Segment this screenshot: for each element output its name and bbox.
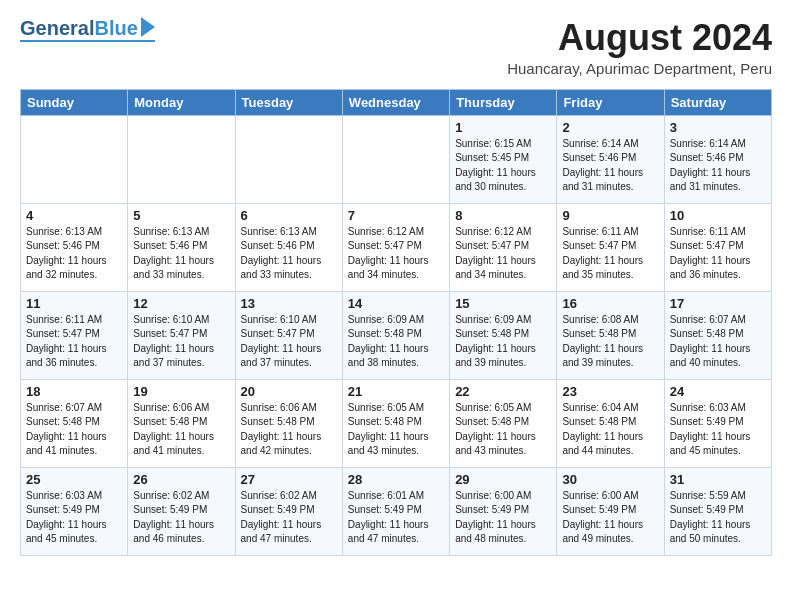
day-info: Sunrise: 6:04 AMSunset: 5:48 PMDaylight:… xyxy=(562,401,658,459)
calendar-cell: 15Sunrise: 6:09 AMSunset: 5:48 PMDayligh… xyxy=(450,291,557,379)
day-number: 4 xyxy=(26,208,122,223)
day-number: 19 xyxy=(133,384,229,399)
calendar-cell: 21Sunrise: 6:05 AMSunset: 5:48 PMDayligh… xyxy=(342,379,449,467)
logo-text: GeneralBlue xyxy=(20,18,155,38)
calendar-cell: 17Sunrise: 6:07 AMSunset: 5:48 PMDayligh… xyxy=(664,291,771,379)
header: GeneralBlue August 2024 Huancaray, Apuri… xyxy=(20,18,772,77)
main-title: August 2024 xyxy=(507,18,772,58)
calendar-cell: 13Sunrise: 6:10 AMSunset: 5:47 PMDayligh… xyxy=(235,291,342,379)
day-info: Sunrise: 6:07 AMSunset: 5:48 PMDaylight:… xyxy=(670,313,766,371)
day-number: 30 xyxy=(562,472,658,487)
day-number: 31 xyxy=(670,472,766,487)
calendar-cell: 16Sunrise: 6:08 AMSunset: 5:48 PMDayligh… xyxy=(557,291,664,379)
day-info: Sunrise: 6:13 AMSunset: 5:46 PMDaylight:… xyxy=(133,225,229,283)
logo-general: General xyxy=(20,18,94,38)
calendar-cell: 23Sunrise: 6:04 AMSunset: 5:48 PMDayligh… xyxy=(557,379,664,467)
day-info: Sunrise: 6:11 AMSunset: 5:47 PMDaylight:… xyxy=(26,313,122,371)
day-info: Sunrise: 6:15 AMSunset: 5:45 PMDaylight:… xyxy=(455,137,551,195)
day-info: Sunrise: 6:02 AMSunset: 5:49 PMDaylight:… xyxy=(241,489,337,547)
page: GeneralBlue August 2024 Huancaray, Apuri… xyxy=(0,0,792,612)
calendar-cell: 8Sunrise: 6:12 AMSunset: 5:47 PMDaylight… xyxy=(450,203,557,291)
logo-arrow-icon xyxy=(141,17,155,37)
day-number: 7 xyxy=(348,208,444,223)
calendar-cell: 19Sunrise: 6:06 AMSunset: 5:48 PMDayligh… xyxy=(128,379,235,467)
day-of-week-header: Monday xyxy=(128,89,235,115)
calendar-cell xyxy=(21,115,128,203)
calendar-cell xyxy=(235,115,342,203)
calendar-cell: 24Sunrise: 6:03 AMSunset: 5:49 PMDayligh… xyxy=(664,379,771,467)
logo-underline xyxy=(20,40,155,42)
calendar-cell: 2Sunrise: 6:14 AMSunset: 5:46 PMDaylight… xyxy=(557,115,664,203)
calendar-cell: 26Sunrise: 6:02 AMSunset: 5:49 PMDayligh… xyxy=(128,467,235,555)
calendar-cell: 12Sunrise: 6:10 AMSunset: 5:47 PMDayligh… xyxy=(128,291,235,379)
calendar-cell: 1Sunrise: 6:15 AMSunset: 5:45 PMDaylight… xyxy=(450,115,557,203)
day-info: Sunrise: 6:06 AMSunset: 5:48 PMDaylight:… xyxy=(133,401,229,459)
day-number: 5 xyxy=(133,208,229,223)
day-info: Sunrise: 6:09 AMSunset: 5:48 PMDaylight:… xyxy=(348,313,444,371)
calendar-cell: 30Sunrise: 6:00 AMSunset: 5:49 PMDayligh… xyxy=(557,467,664,555)
day-info: Sunrise: 6:12 AMSunset: 5:47 PMDaylight:… xyxy=(348,225,444,283)
day-info: Sunrise: 6:10 AMSunset: 5:47 PMDaylight:… xyxy=(241,313,337,371)
day-info: Sunrise: 6:12 AMSunset: 5:47 PMDaylight:… xyxy=(455,225,551,283)
day-info: Sunrise: 6:10 AMSunset: 5:47 PMDaylight:… xyxy=(133,313,229,371)
day-number: 9 xyxy=(562,208,658,223)
day-number: 23 xyxy=(562,384,658,399)
calendar-week-row: 25Sunrise: 6:03 AMSunset: 5:49 PMDayligh… xyxy=(21,467,772,555)
day-number: 18 xyxy=(26,384,122,399)
day-info: Sunrise: 6:14 AMSunset: 5:46 PMDaylight:… xyxy=(562,137,658,195)
calendar-cell: 20Sunrise: 6:06 AMSunset: 5:48 PMDayligh… xyxy=(235,379,342,467)
day-info: Sunrise: 6:13 AMSunset: 5:46 PMDaylight:… xyxy=(26,225,122,283)
logo: GeneralBlue xyxy=(20,18,155,42)
calendar-cell: 18Sunrise: 6:07 AMSunset: 5:48 PMDayligh… xyxy=(21,379,128,467)
calendar-table: SundayMondayTuesdayWednesdayThursdayFrid… xyxy=(20,89,772,556)
calendar-cell: 6Sunrise: 6:13 AMSunset: 5:46 PMDaylight… xyxy=(235,203,342,291)
calendar-cell: 25Sunrise: 6:03 AMSunset: 5:49 PMDayligh… xyxy=(21,467,128,555)
day-number: 1 xyxy=(455,120,551,135)
day-number: 26 xyxy=(133,472,229,487)
day-info: Sunrise: 6:00 AMSunset: 5:49 PMDaylight:… xyxy=(562,489,658,547)
day-info: Sunrise: 6:08 AMSunset: 5:48 PMDaylight:… xyxy=(562,313,658,371)
day-info: Sunrise: 6:05 AMSunset: 5:48 PMDaylight:… xyxy=(348,401,444,459)
calendar-header-row: SundayMondayTuesdayWednesdayThursdayFrid… xyxy=(21,89,772,115)
day-info: Sunrise: 6:03 AMSunset: 5:49 PMDaylight:… xyxy=(670,401,766,459)
calendar-cell: 7Sunrise: 6:12 AMSunset: 5:47 PMDaylight… xyxy=(342,203,449,291)
day-number: 11 xyxy=(26,296,122,311)
calendar-cell: 14Sunrise: 6:09 AMSunset: 5:48 PMDayligh… xyxy=(342,291,449,379)
day-info: Sunrise: 6:14 AMSunset: 5:46 PMDaylight:… xyxy=(670,137,766,195)
calendar-cell: 4Sunrise: 6:13 AMSunset: 5:46 PMDaylight… xyxy=(21,203,128,291)
day-info: Sunrise: 6:09 AMSunset: 5:48 PMDaylight:… xyxy=(455,313,551,371)
calendar-week-row: 4Sunrise: 6:13 AMSunset: 5:46 PMDaylight… xyxy=(21,203,772,291)
day-number: 21 xyxy=(348,384,444,399)
calendar-cell: 9Sunrise: 6:11 AMSunset: 5:47 PMDaylight… xyxy=(557,203,664,291)
day-of-week-header: Sunday xyxy=(21,89,128,115)
calendar-cell: 28Sunrise: 6:01 AMSunset: 5:49 PMDayligh… xyxy=(342,467,449,555)
calendar-cell xyxy=(128,115,235,203)
day-number: 22 xyxy=(455,384,551,399)
calendar-cell: 10Sunrise: 6:11 AMSunset: 5:47 PMDayligh… xyxy=(664,203,771,291)
day-number: 27 xyxy=(241,472,337,487)
day-of-week-header: Thursday xyxy=(450,89,557,115)
day-number: 10 xyxy=(670,208,766,223)
day-number: 3 xyxy=(670,120,766,135)
day-of-week-header: Saturday xyxy=(664,89,771,115)
day-number: 14 xyxy=(348,296,444,311)
day-number: 29 xyxy=(455,472,551,487)
day-info: Sunrise: 6:06 AMSunset: 5:48 PMDaylight:… xyxy=(241,401,337,459)
day-of-week-header: Tuesday xyxy=(235,89,342,115)
calendar-cell: 27Sunrise: 6:02 AMSunset: 5:49 PMDayligh… xyxy=(235,467,342,555)
subtitle: Huancaray, Apurimac Department, Peru xyxy=(507,60,772,77)
day-number: 24 xyxy=(670,384,766,399)
day-number: 20 xyxy=(241,384,337,399)
calendar-cell: 31Sunrise: 5:59 AMSunset: 5:49 PMDayligh… xyxy=(664,467,771,555)
day-number: 13 xyxy=(241,296,337,311)
day-info: Sunrise: 6:07 AMSunset: 5:48 PMDaylight:… xyxy=(26,401,122,459)
day-number: 17 xyxy=(670,296,766,311)
day-number: 8 xyxy=(455,208,551,223)
calendar-cell: 29Sunrise: 6:00 AMSunset: 5:49 PMDayligh… xyxy=(450,467,557,555)
day-number: 15 xyxy=(455,296,551,311)
calendar-cell: 22Sunrise: 6:05 AMSunset: 5:48 PMDayligh… xyxy=(450,379,557,467)
day-number: 6 xyxy=(241,208,337,223)
calendar-week-row: 11Sunrise: 6:11 AMSunset: 5:47 PMDayligh… xyxy=(21,291,772,379)
day-info: Sunrise: 6:01 AMSunset: 5:49 PMDaylight:… xyxy=(348,489,444,547)
day-info: Sunrise: 6:02 AMSunset: 5:49 PMDaylight:… xyxy=(133,489,229,547)
